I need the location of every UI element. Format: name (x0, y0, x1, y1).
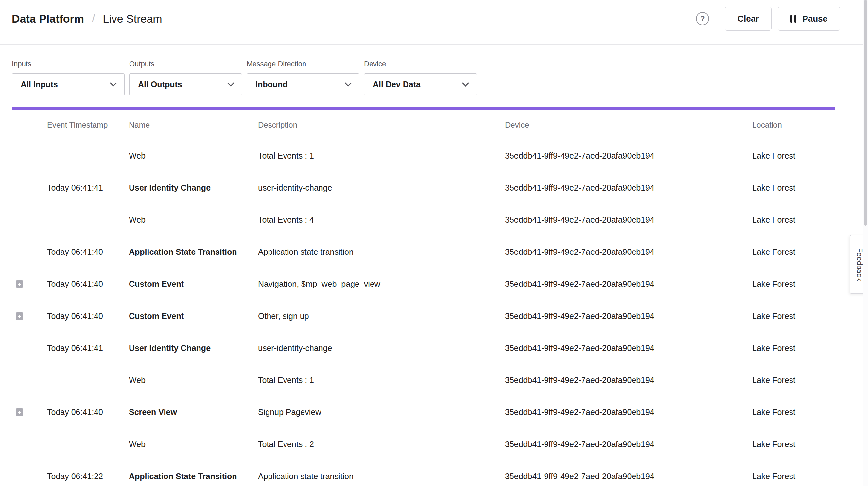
event-device: 35eddb41-9ff9-49e2-7aed-20afa90eb194 (505, 215, 752, 225)
filter-bar: Inputs All Inputs Outputs All Outputs Me… (0, 45, 868, 95)
event-timestamp: Today 06:41:22 (47, 472, 129, 481)
event-device: 35eddb41-9ff9-49e2-7aed-20afa90eb194 (505, 343, 752, 353)
expand-icon[interactable]: + (16, 408, 23, 416)
event-location: Lake Forest (752, 279, 835, 289)
event-location: Lake Forest (752, 311, 835, 321)
event-name: Web (129, 151, 258, 160)
event-name: Custom Event (129, 279, 258, 289)
live-stream-progress-bar (12, 107, 835, 110)
event-location: Lake Forest (752, 343, 835, 353)
table-row[interactable]: + Web Total Events : 1 35eddb41-9ff9-49e… (12, 364, 835, 396)
expand-cell: + (12, 473, 47, 480)
event-name: Application State Transition (129, 472, 258, 481)
table-row[interactable]: + Today 06:41:40 Screen View Signup Page… (12, 396, 835, 428)
event-description: Total Events : 4 (258, 215, 505, 225)
breadcrumb-root[interactable]: Data Platform (12, 12, 84, 25)
event-timestamp: Today 06:41:41 (47, 183, 129, 193)
event-location: Lake Forest (752, 247, 835, 257)
event-description: Application state transition (258, 247, 505, 257)
outputs-select-value: All Outputs (138, 80, 182, 89)
event-device: 35eddb41-9ff9-49e2-7aed-20afa90eb194 (505, 311, 752, 321)
clear-button-label: Clear (738, 14, 759, 24)
event-description: Total Events : 2 (258, 439, 505, 449)
message-direction-select-value: Inbound (255, 80, 288, 89)
breadcrumb: Data Platform / Live Stream (12, 12, 162, 25)
event-description: user-identity-change (258, 343, 505, 353)
event-name: User Identity Change (129, 343, 258, 353)
filter-label: Device (364, 60, 477, 68)
pause-button-label: Pause (802, 14, 828, 24)
column-header-name: Name (129, 120, 258, 129)
filter-label: Outputs (129, 60, 242, 68)
outputs-select[interactable]: All Outputs (129, 73, 242, 95)
table-row[interactable]: + Today 06:41:40 Application State Trans… (12, 236, 835, 268)
table-body: + Web Total Events : 1 35eddb41-9ff9-49e… (12, 140, 835, 486)
pause-button[interactable]: Pause (778, 6, 840, 31)
table-row[interactable]: + Today 06:41:22 Application State Trans… (12, 460, 835, 486)
event-device: 35eddb41-9ff9-49e2-7aed-20afa90eb194 (505, 439, 752, 449)
event-description: Total Events : 1 (258, 375, 505, 385)
table-row[interactable]: + Today 06:41:41 User Identity Change us… (12, 332, 835, 364)
filter-device: Device All Dev Data (364, 60, 477, 95)
event-device: 35eddb41-9ff9-49e2-7aed-20afa90eb194 (505, 247, 752, 257)
expand-icon[interactable]: + (16, 280, 23, 288)
inputs-select-value: All Inputs (21, 80, 58, 89)
table-row[interactable]: + Web Total Events : 2 35eddb41-9ff9-49e… (12, 428, 835, 460)
table-row[interactable]: + Web Total Events : 1 35eddb41-9ff9-49e… (12, 140, 835, 172)
device-select-value: All Dev Data (373, 80, 421, 89)
event-device: 35eddb41-9ff9-49e2-7aed-20afa90eb194 (505, 407, 752, 417)
chevron-down-icon (110, 80, 117, 86)
event-device: 35eddb41-9ff9-49e2-7aed-20afa90eb194 (505, 151, 752, 160)
event-timestamp: Today 06:41:40 (47, 407, 129, 417)
table-row[interactable]: + Web Total Events : 4 35eddb41-9ff9-49e… (12, 204, 835, 236)
expand-cell: + (12, 248, 47, 256)
chevron-down-icon (462, 80, 469, 86)
event-name: User Identity Change (129, 183, 258, 193)
message-direction-select[interactable]: Inbound (247, 73, 360, 95)
event-location: Lake Forest (752, 472, 835, 481)
expand-cell: + (12, 152, 47, 160)
filter-label: Message Direction (247, 60, 360, 68)
event-device: 35eddb41-9ff9-49e2-7aed-20afa90eb194 (505, 183, 752, 193)
inputs-select[interactable]: All Inputs (12, 73, 125, 95)
event-location: Lake Forest (752, 183, 835, 193)
event-description: Total Events : 1 (258, 151, 505, 160)
expand-icon[interactable]: + (16, 312, 23, 320)
clear-button[interactable]: Clear (725, 6, 772, 31)
table-row[interactable]: + Today 06:41:40 Custom Event Navigation… (12, 268, 835, 300)
table-row[interactable]: + Today 06:41:40 Custom Event Other, sig… (12, 300, 835, 332)
event-description: Application state transition (258, 472, 505, 481)
column-header-device: Device (505, 120, 752, 129)
event-location: Lake Forest (752, 407, 835, 417)
event-location: Lake Forest (752, 215, 835, 225)
event-description: Other, sign up (258, 311, 505, 321)
expand-cell: + (12, 312, 47, 320)
table-row[interactable]: + Today 06:41:41 User Identity Change us… (12, 172, 835, 204)
filter-label: Inputs (12, 60, 125, 68)
event-description: user-identity-change (258, 183, 505, 193)
event-timestamp: Today 06:41:40 (47, 279, 129, 289)
expand-cell: + (12, 344, 47, 352)
event-name: Screen View (129, 407, 258, 417)
column-header-timestamp: Event Timestamp (47, 120, 129, 129)
help-icon[interactable]: ? (696, 12, 709, 25)
page-header: Data Platform / Live Stream ? Clear Paus… (0, 0, 868, 45)
event-location: Lake Forest (752, 151, 835, 160)
breadcrumb-separator: / (92, 12, 95, 25)
pause-icon (790, 15, 796, 23)
device-select[interactable]: All Dev Data (364, 73, 477, 95)
expand-cell: + (12, 408, 47, 416)
event-device: 35eddb41-9ff9-49e2-7aed-20afa90eb194 (505, 279, 752, 289)
event-table: Event Timestamp Name Description Device … (12, 110, 835, 486)
event-timestamp: Today 06:41:40 (47, 311, 129, 321)
scrollbar[interactable] (863, 0, 868, 486)
scrollbar-thumb[interactable] (864, 0, 867, 226)
filter-message-direction: Message Direction Inbound (247, 60, 360, 95)
filter-inputs: Inputs All Inputs (12, 60, 125, 95)
event-description: Navigation, $mp_web_page_view (258, 279, 505, 289)
expand-cell: + (12, 441, 47, 448)
header-actions: ? Clear Pause (696, 6, 840, 31)
event-timestamp: Today 06:41:41 (47, 343, 129, 353)
event-description: Signup Pageview (258, 407, 505, 417)
event-timestamp: Today 06:41:40 (47, 247, 129, 257)
